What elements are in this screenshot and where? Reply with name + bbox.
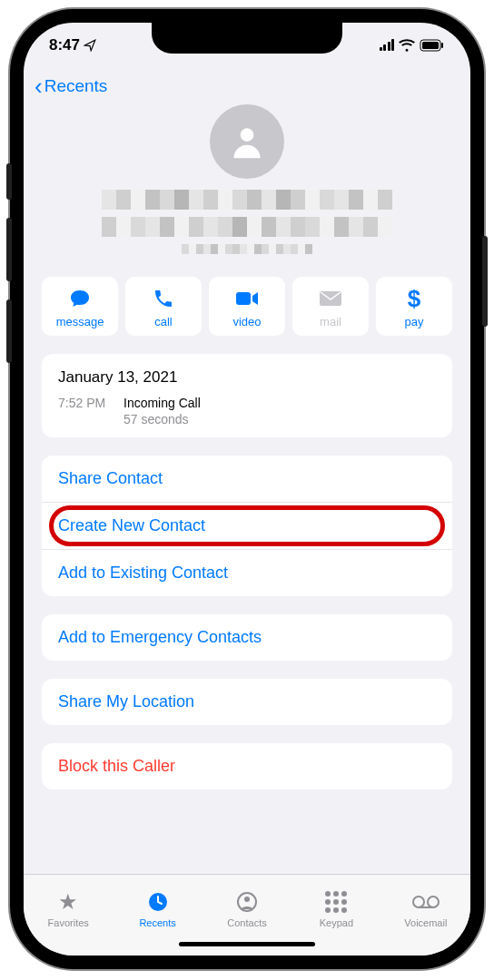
tab-favorites-label: Favorites [48,917,89,928]
add-existing-contact-row[interactable]: Add to Existing Contact [42,550,452,596]
svg-rect-1 [422,42,439,49]
iphone-frame: 8:47 ‹ Recents [10,9,484,969]
dollar-icon: $ [408,286,420,311]
video-label: video [232,315,261,328]
emergency-section: Add to Emergency Contacts [42,614,452,661]
back-button[interactable]: ‹ Recents [35,74,107,98]
call-log-card: January 13, 2021 7:52 PM Incoming Call 5… [42,354,452,437]
create-new-contact-row[interactable]: Create New Contact [42,503,452,550]
add-emergency-row[interactable]: Add to Emergency Contacts [42,614,452,661]
primary-options-section: Share Contact Create New Contact Add to … [42,456,452,596]
cellular-icon [380,40,395,51]
tab-voicemail[interactable]: Voicemail [381,875,470,942]
clock-icon [147,889,169,915]
voicemail-icon [412,889,440,915]
screen: 8:47 ‹ Recents [24,23,470,956]
tab-contacts-label: Contacts [227,917,266,928]
pay-button[interactable]: $ pay [376,277,452,336]
status-time: 8:47 [49,36,80,54]
notch [152,23,342,54]
call-time: 7:52 PM [58,396,113,426]
message-icon [68,286,92,311]
mail-label: mail [320,315,341,328]
action-row: message call video mail $ [24,264,470,348]
block-caller-label: Block this Caller [58,757,175,775]
call-duration: 57 seconds [124,412,201,426]
back-label: Recents [44,76,108,96]
mail-button: mail [292,277,369,336]
pay-label: pay [405,315,424,328]
message-label: message [56,315,104,328]
message-button[interactable]: message [42,277,118,336]
tab-favorites[interactable]: ★ Favorites [24,875,113,942]
block-section: Block this Caller [42,743,452,789]
block-caller-row[interactable]: Block this Caller [42,743,452,789]
share-location-label: Share My Location [58,692,194,710]
mail-icon [319,286,342,311]
phone-icon [153,286,174,311]
video-icon [234,286,260,311]
person-circle-icon [236,889,258,915]
tab-voicemail-label: Voicemail [404,917,447,928]
location-icon [84,39,96,52]
call-type: Incoming Call [124,396,201,410]
contact-header [24,104,470,264]
svg-point-8 [244,897,250,902]
tab-recents-label: Recents [139,917,175,928]
tab-keypad[interactable]: Keypad [291,875,380,942]
keypad-icon [325,889,347,915]
svg-rect-4 [236,292,251,305]
video-button[interactable]: video [209,277,285,336]
nav-bar: ‹ Recents [24,68,470,104]
create-new-contact-label: Create New Contact [58,516,205,534]
home-indicator[interactable] [179,942,315,946]
wifi-icon [399,39,415,52]
call-date: January 13, 2021 [58,368,436,387]
svg-point-10 [428,897,439,907]
contact-name-redacted [88,190,406,255]
add-emergency-label: Add to Emergency Contacts [58,628,262,646]
share-contact-row[interactable]: Share Contact [42,456,452,503]
svg-rect-2 [441,43,443,48]
add-existing-contact-label: Add to Existing Contact [58,564,228,582]
battery-icon [420,39,445,52]
tab-keypad-label: Keypad [320,917,353,928]
share-contact-label: Share Contact [58,469,163,487]
call-label: call [154,315,173,328]
svg-point-9 [413,897,424,907]
svg-point-3 [241,128,254,142]
share-location-row[interactable]: Share My Location [42,679,452,725]
chevron-left-icon: ‹ [35,74,43,98]
star-icon: ★ [58,889,78,915]
tab-recents[interactable]: Recents [113,875,202,942]
call-button[interactable]: call [125,277,202,336]
avatar [210,104,284,179]
location-section: Share My Location [42,679,452,725]
tab-contacts[interactable]: Contacts [203,875,291,942]
